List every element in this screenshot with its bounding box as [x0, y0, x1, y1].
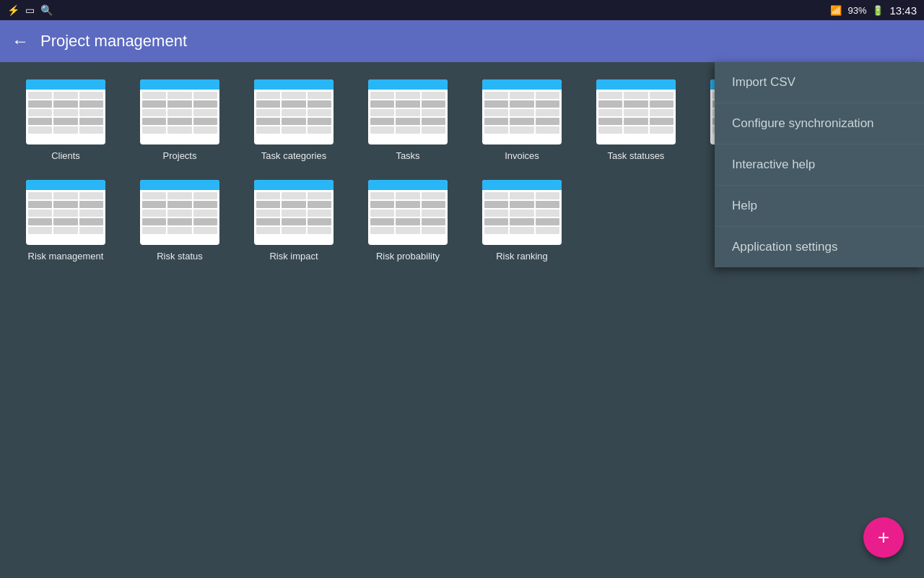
back-button[interactable]: ←: [12, 31, 29, 51]
app-title: Project management: [40, 32, 187, 51]
wifi-icon: 📶: [830, 5, 842, 16]
grid-label-risk-ranking: Risk ranking: [496, 251, 548, 263]
grid-label-tasks: Tasks: [396, 150, 419, 163]
grid-item-risk-ranking[interactable]: Risk ranking: [468, 174, 576, 269]
status-bar: ⚡ ▭ 🔍 📶 93% 🔋 13:43: [0, 0, 924, 20]
menu-item-interactive-help[interactable]: Interactive help: [715, 144, 924, 186]
battery-icon: 🔋: [872, 5, 884, 16]
menu-item-help[interactable]: Help: [715, 186, 924, 227]
menu-item-configure-sync[interactable]: Configure synchronization: [715, 103, 924, 144]
dropdown-menu: Import CSVConfigure synchronizationInter…: [715, 62, 924, 267]
fab-plus-icon: +: [878, 527, 889, 548]
grid-item-invoices[interactable]: Invoices: [468, 74, 576, 168]
status-right: 📶 93% 🔋 13:43: [830, 4, 917, 17]
grid-item-risk-management[interactable]: Risk management: [12, 174, 120, 269]
grid-item-task-categories[interactable]: Task categories: [240, 74, 348, 168]
app-bar: ← Project management: [0, 20, 924, 62]
grid-item-risk-status[interactable]: Risk status: [126, 174, 234, 269]
grid-label-invoices: Invoices: [505, 150, 539, 163]
usb-icon: ⚡: [7, 4, 19, 16]
grid-label-risk-impact: Risk impact: [269, 251, 318, 263]
grid-item-clients[interactable]: Clients: [12, 74, 120, 168]
grid-label-task-statuses: Task statuses: [608, 150, 665, 163]
grid-label-clients: Clients: [51, 150, 80, 163]
search-icon: 🔍: [40, 4, 53, 16]
grid-item-projects[interactable]: Projects: [126, 74, 234, 168]
menu-item-import-csv[interactable]: Import CSV: [715, 62, 924, 103]
grid-item-tasks[interactable]: Tasks: [354, 74, 462, 168]
screen-icon: ▭: [25, 4, 35, 16]
grid-label-task-categories: Task categories: [261, 150, 326, 163]
grid-label-risk-probability: Risk probability: [376, 251, 440, 263]
grid-item-risk-impact[interactable]: Risk impact: [240, 174, 348, 269]
status-left-icons: ⚡ ▭ 🔍: [7, 4, 53, 16]
grid-label-risk-status: Risk status: [157, 251, 203, 263]
battery-level: 93%: [847, 5, 866, 16]
grid-label-projects: Projects: [163, 150, 197, 163]
fab-button[interactable]: +: [863, 517, 904, 558]
clock: 13:43: [889, 4, 917, 17]
grid-item-risk-probability[interactable]: Risk probability: [354, 174, 462, 269]
menu-item-app-settings[interactable]: Application settings: [715, 227, 924, 267]
grid-label-risk-management: Risk management: [28, 251, 104, 263]
grid-item-task-statuses[interactable]: Task statuses: [582, 74, 690, 168]
